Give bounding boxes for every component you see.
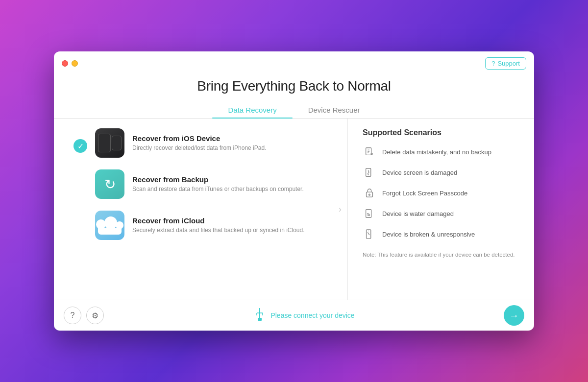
recovery-options-list: Recover from iOS Device Directly recover… bbox=[95, 128, 338, 240]
help-button[interactable]: ? bbox=[64, 307, 81, 324]
cloud-circle-center bbox=[104, 216, 117, 229]
recovery-item-ios[interactable]: Recover from iOS Device Directly recover… bbox=[95, 128, 338, 158]
icloud-item-text: Recover from iCloud Securely extract dat… bbox=[132, 216, 305, 235]
lock-icon-svg: ? bbox=[364, 188, 375, 198]
scenarios-heading: Supported Scenarios bbox=[363, 128, 519, 137]
recovery-item-icloud[interactable]: Recover from iCloud Securely extract dat… bbox=[95, 211, 338, 240]
backup-item-text: Recover from Backup Scan and restore dat… bbox=[132, 175, 304, 193]
title-bar: ? Support bbox=[54, 51, 534, 73]
bottom-left-controls: ? ⚙ bbox=[64, 307, 104, 324]
no-backup-icon-svg bbox=[364, 146, 375, 157]
main-window: ? Support Bring Everything Back to Norma… bbox=[54, 51, 534, 331]
ios-item-text: Recover from iOS Device Directly recover… bbox=[132, 134, 266, 152]
cloud-circles bbox=[96, 216, 123, 229]
svg-rect-21 bbox=[258, 318, 262, 321]
scenario-deleted-text: Delete data mistakenly, and no backup bbox=[382, 148, 491, 156]
arrow-right-icon: → bbox=[509, 310, 519, 321]
close-button[interactable] bbox=[62, 60, 68, 67]
ios-device-icon bbox=[95, 128, 124, 158]
phone-large bbox=[98, 134, 111, 152]
settings-icon: ⚙ bbox=[92, 311, 98, 320]
icloud-icon bbox=[95, 211, 124, 240]
scenario-water-text: Device is water damaged bbox=[382, 210, 454, 217]
check-icon: ✓ bbox=[74, 139, 87, 153]
deleted-icon bbox=[363, 145, 376, 159]
main-content: ✓ Recover from iOS Device Directly recov… bbox=[54, 119, 534, 300]
svg-line-8 bbox=[368, 172, 369, 174]
backup-item-desc: Scan and restore data from iTunes or oth… bbox=[132, 185, 304, 193]
svg-line-15 bbox=[368, 232, 369, 235]
window-controls bbox=[62, 60, 78, 67]
panel-chevron-icon: › bbox=[339, 204, 342, 215]
ios-item-title: Recover from iOS Device bbox=[132, 134, 266, 143]
support-label: Support bbox=[497, 60, 520, 67]
tab-device-rescuer[interactable]: Device Rescuer bbox=[293, 102, 376, 118]
screen-damaged-icon-svg bbox=[364, 167, 375, 178]
icloud-graphic bbox=[96, 216, 123, 235]
phones-graphic bbox=[98, 134, 122, 152]
svg-line-7 bbox=[368, 170, 369, 172]
scenario-water: Device is water damaged bbox=[363, 207, 519, 220]
scenario-broken-text: Device is broken & unresponsive bbox=[382, 231, 475, 238]
scenario-deleted: Delete data mistakenly, and no backup bbox=[363, 145, 519, 159]
broken-device-icon-svg: ! bbox=[364, 229, 375, 239]
phone-small bbox=[112, 136, 122, 150]
settings-button[interactable]: ⚙ bbox=[86, 307, 104, 324]
svg-text:!: ! bbox=[368, 230, 368, 232]
backup-symbol: ↻ bbox=[104, 176, 116, 192]
icloud-item-title: Recover from iCloud bbox=[132, 216, 305, 225]
recovery-item-backup[interactable]: ↻ Recover from Backup Scan and restore d… bbox=[95, 169, 338, 199]
left-panel: ✓ Recover from iOS Device Directly recov… bbox=[54, 119, 348, 300]
water-icon bbox=[363, 207, 376, 220]
usb-cable-icon-svg bbox=[254, 308, 266, 323]
scenario-list: Delete data mistakenly, and no backup De… bbox=[363, 145, 519, 241]
water-damage-icon-svg bbox=[364, 208, 375, 219]
ios-item-desc: Directly recover deleted/lost data from … bbox=[132, 144, 266, 152]
scenario-screen-text: Device screen is damaged bbox=[382, 169, 457, 176]
tab-data-recovery[interactable]: Data Recovery bbox=[212, 102, 292, 118]
scenario-broken: ! Device is broken & unresponsive bbox=[363, 227, 519, 241]
note-text: Note: This feature is available if your … bbox=[363, 251, 519, 259]
next-button[interactable]: → bbox=[504, 305, 524, 326]
svg-line-9 bbox=[368, 174, 368, 175]
main-heading: Bring Everything Back to Normal bbox=[54, 78, 534, 94]
scenario-screen: Device screen is damaged bbox=[363, 166, 519, 179]
scenario-passcode: ? Forgot Lock Screen Passcode bbox=[363, 186, 519, 200]
broken-icon: ! bbox=[363, 227, 376, 241]
icloud-item-desc: Securely extract data and files that bac… bbox=[132, 226, 305, 235]
tab-bar: Data Recovery Device Rescuer bbox=[54, 102, 534, 119]
right-panel: Supported Scenarios Delete bbox=[348, 119, 534, 300]
backup-icon: ↻ bbox=[95, 169, 124, 199]
backup-item-title: Recover from Backup bbox=[132, 175, 304, 184]
passcode-icon: ? bbox=[363, 186, 376, 200]
header: Bring Everything Back to Normal bbox=[54, 73, 534, 102]
minimize-button[interactable] bbox=[72, 60, 78, 67]
scenario-passcode-text: Forgot Lock Screen Passcode bbox=[382, 190, 467, 197]
connect-device-prompt: Please connect your device bbox=[253, 309, 354, 322]
screen-icon bbox=[363, 166, 376, 179]
svg-text:?: ? bbox=[369, 194, 370, 196]
support-button[interactable]: ? Support bbox=[485, 57, 526, 70]
usb-icon bbox=[253, 309, 267, 322]
selection-indicator: ✓ bbox=[74, 128, 87, 153]
cloud-base bbox=[98, 228, 122, 235]
connect-label: Please connect your device bbox=[270, 311, 354, 319]
support-icon: ? bbox=[491, 60, 495, 67]
question-icon: ? bbox=[71, 311, 75, 320]
bottom-bar: ? ⚙ Please connect your device → bbox=[54, 300, 534, 331]
